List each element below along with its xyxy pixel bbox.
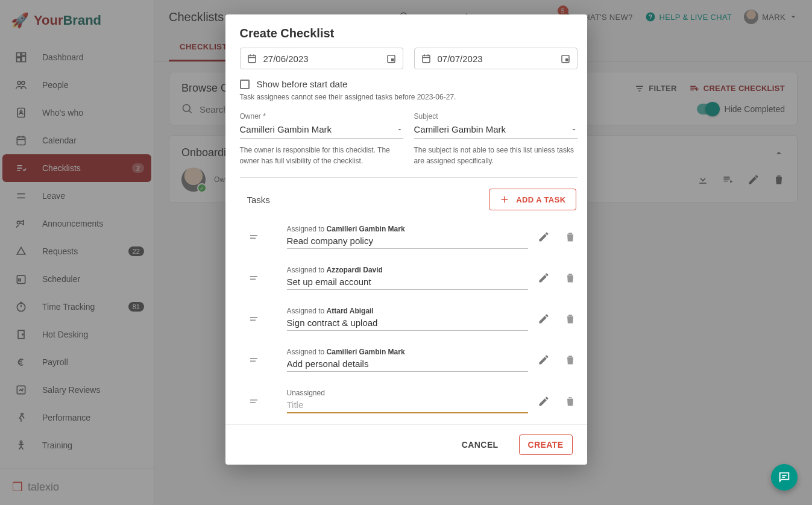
svg-rect-53 [250, 238, 256, 239]
task-assignee: Unassigned [287, 389, 528, 397]
task-row: Unassigned [240, 380, 578, 422]
show-before-checkbox-row[interactable]: Show before start date [240, 79, 578, 89]
drag-handle-icon[interactable] [248, 272, 260, 283]
chat-icon [778, 471, 791, 484]
task-assignee: Assigned to Azzopardi David [287, 266, 528, 274]
cancel-button[interactable]: CANCEL [453, 435, 507, 454]
svg-rect-55 [250, 279, 256, 280]
tasks-heading: Tasks [247, 195, 270, 205]
date-picker-icon [560, 53, 571, 64]
svg-rect-38 [248, 55, 256, 63]
task-assignee: Assigned to Attard Abigail [287, 307, 528, 315]
task-assignee: Assigned to Camilleri Gambin Mark [287, 348, 528, 356]
drag-handle-icon[interactable] [248, 396, 260, 407]
task-title-input[interactable] [287, 274, 528, 290]
subject-help: The subject is not able to see this list… [414, 145, 578, 166]
edit-icon[interactable] [538, 354, 550, 366]
delete-icon[interactable] [564, 354, 576, 366]
edit-icon[interactable] [538, 395, 550, 407]
calendar-icon [247, 53, 257, 64]
delete-icon[interactable] [564, 272, 576, 284]
drag-handle-icon[interactable] [248, 354, 260, 365]
task-row: Assigned to Camilleri Gambin Mark [240, 216, 578, 257]
subject-label: Subject [414, 112, 578, 121]
svg-rect-56 [250, 317, 257, 318]
modal-body: 27/06/2023 07/07/2023 Show before start … [225, 43, 587, 424]
owner-select[interactable]: Camilleri Gambin Mark [240, 121, 403, 139]
task-title-input[interactable] [287, 315, 528, 331]
delete-icon[interactable] [564, 313, 576, 325]
svg-rect-60 [250, 400, 257, 401]
create-checklist-modal: Create Checklist 27/06/2023 07/07/2023 [225, 14, 587, 465]
edit-icon[interactable] [538, 313, 550, 325]
drag-handle-icon[interactable] [248, 313, 260, 324]
owner-label: Owner * [240, 112, 403, 121]
task-title-input[interactable] [287, 233, 528, 249]
task-row: Assigned to Attard Abigail [240, 298, 578, 339]
svg-rect-57 [250, 320, 256, 321]
svg-rect-49 [565, 59, 567, 61]
task-row: Assigned to Azzopardi David [240, 257, 578, 298]
svg-rect-44 [423, 55, 430, 63]
owner-help: The owner is responsible for this checkl… [240, 145, 403, 166]
task-assignee: Assigned to Camilleri Gambin Mark [287, 225, 528, 233]
svg-rect-59 [250, 361, 256, 362]
subject-select[interactable]: Camilleri Gambin Mark [414, 121, 578, 139]
edit-icon[interactable] [538, 272, 550, 284]
svg-rect-61 [250, 402, 256, 403]
tasks-list: Assigned to Camilleri Gambin Mark Assign… [240, 216, 578, 422]
svg-rect-58 [250, 358, 257, 359]
add-task-button[interactable]: ADD A TASK [489, 189, 576, 210]
modal-overlay: Create Checklist 27/06/2023 07/07/2023 [0, 0, 812, 505]
create-button[interactable]: CREATE [519, 434, 573, 455]
modal-footer: CANCEL CREATE [225, 424, 587, 465]
svg-rect-43 [391, 59, 393, 61]
checkbox-icon[interactable] [240, 80, 250, 89]
start-date-field[interactable]: 27/06/2023 [240, 48, 403, 69]
plus-icon [499, 194, 510, 205]
end-date-field[interactable]: 07/07/2023 [414, 48, 578, 69]
task-title-input[interactable] [287, 397, 528, 413]
dropdown-icon [396, 126, 403, 133]
show-before-note: Task assignees cannot see their assigned… [240, 93, 578, 101]
dropdown-icon [570, 126, 578, 133]
delete-icon[interactable] [564, 231, 576, 243]
drag-handle-icon[interactable] [248, 231, 260, 242]
delete-icon[interactable] [564, 395, 576, 407]
modal-title: Create Checklist [225, 14, 587, 43]
chat-fab[interactable] [771, 464, 798, 491]
calendar-icon [421, 53, 432, 64]
svg-rect-54 [250, 276, 257, 277]
edit-icon[interactable] [538, 231, 550, 243]
date-picker-icon [386, 53, 397, 64]
task-row: Assigned to Camilleri Gambin Mark [240, 339, 578, 380]
svg-rect-52 [250, 235, 257, 236]
task-title-input[interactable] [287, 356, 528, 372]
